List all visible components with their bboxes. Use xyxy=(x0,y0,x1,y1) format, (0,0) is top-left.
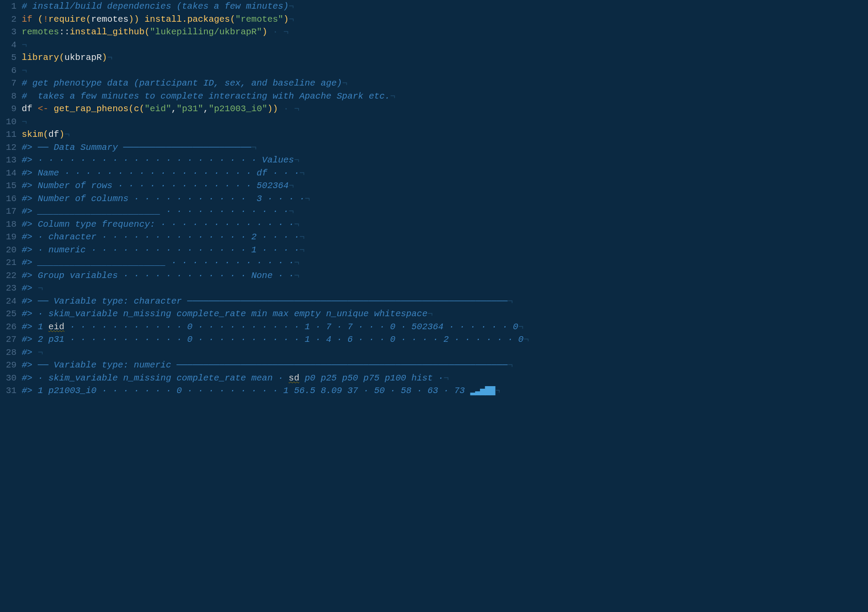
hist-token: ▂▃▅▇▇ xyxy=(470,386,495,396)
line-number: 5 xyxy=(0,51,16,64)
comment-token: #> Name · · · · · · · · · · · · · · · · … xyxy=(22,168,299,178)
comment-token: #> · · · · · · · · · · · · · · · · · · ·… xyxy=(22,155,294,165)
code-line[interactable]: #> · · · · · · · · · · · · · · · · · · ·… xyxy=(22,154,868,167)
comment-token: p0 p25 p50 p75 p100 hist · xyxy=(299,373,444,383)
eol-token: ¬ xyxy=(22,40,27,50)
eol-token: ¬ xyxy=(507,360,513,370)
line-number: 30 xyxy=(0,372,16,385)
code-line[interactable]: #> · character · · · · · · · · · · · · ·… xyxy=(22,231,868,244)
comment-token: #> ── Data Summary ─────────────────────… xyxy=(22,142,251,152)
code-line[interactable]: df <- get_rap_phenos(c("eid","p31","p210… xyxy=(22,103,868,116)
eol-token: ¬ xyxy=(495,386,500,396)
paren-token: ) xyxy=(59,129,64,139)
code-line[interactable]: skim(df)¬ xyxy=(22,128,868,141)
line-number: 1 xyxy=(0,0,16,13)
code-line[interactable]: #> 2 p31 · · · · · · · · · · · 0 · · · ·… xyxy=(22,333,868,346)
code-line[interactable]: #> ── Data Summary ─────────────────────… xyxy=(22,141,868,154)
code-line[interactable]: #> Number of columns · · · · · · · · · ·… xyxy=(22,192,868,205)
func-token: skim xyxy=(22,129,43,139)
line-number: 22 xyxy=(0,269,16,282)
code-line[interactable]: #> ¬ xyxy=(22,346,868,359)
eol-token: ¬ xyxy=(305,194,310,204)
code-line[interactable]: #> ── Variable type: character ─────────… xyxy=(22,295,868,308)
ws-token xyxy=(33,14,38,24)
paren-token: ) xyxy=(267,104,273,114)
eol-token: ¬ xyxy=(427,309,433,319)
ws-token xyxy=(139,14,145,24)
code-line[interactable]: #> Column type frequency: · · · · · · · … xyxy=(22,218,868,231)
comment-token: # install/build dependencies (takes a fe… xyxy=(22,1,289,11)
code-line[interactable]: # get phenotype data (participant ID, se… xyxy=(22,77,868,90)
ident-token: remotes xyxy=(91,14,128,24)
eol-token: ¬ xyxy=(299,168,305,178)
code-line[interactable]: #> _______________________ · · · · · · ·… xyxy=(22,205,868,218)
code-line[interactable]: ¬ xyxy=(22,116,868,129)
comment-token: #> xyxy=(22,283,38,293)
code-line[interactable]: #> ________________________ · · · · · · … xyxy=(22,256,868,269)
paren-token: ( xyxy=(145,27,150,37)
code-line[interactable]: # install/build dependencies (takes a fe… xyxy=(22,0,868,13)
line-number: 29 xyxy=(0,359,16,372)
code-line[interactable]: #> 1 p21003_i0 · · · · · · · 0 · · · · ·… xyxy=(22,384,868,397)
line-number: 7 xyxy=(0,77,16,90)
ident-token: df xyxy=(22,104,33,114)
code-line[interactable]: #> 1 eid · · · · · · · · · · · 0 · · · ·… xyxy=(22,321,868,334)
func-token: install_github xyxy=(70,27,145,37)
bang-token: ! xyxy=(43,14,48,24)
paren-token: ) xyxy=(134,14,139,24)
line-number: 25 xyxy=(0,308,16,321)
comment-token: #> · numeric · · · · · · · · · · · · · ·… xyxy=(22,245,299,255)
eol-token: ¬ xyxy=(22,117,27,127)
code-line[interactable]: ¬ xyxy=(22,39,868,52)
paren-token: ( xyxy=(139,104,145,114)
string-token: "eid" xyxy=(145,104,171,114)
string-token: "lukepilling/ukbrapR" xyxy=(150,27,262,37)
string-token: "remotes" xyxy=(235,14,283,24)
code-line[interactable]: #> ── Variable type: numeric ───────────… xyxy=(22,359,868,372)
code-line[interactable]: #> · skim_variable n_missing complete_ra… xyxy=(22,372,868,385)
eol-token: ¬ xyxy=(299,245,305,255)
paren-token: ) xyxy=(128,14,134,24)
paren-token: ( xyxy=(43,129,48,139)
line-number: 19 xyxy=(0,231,16,244)
code-line[interactable]: library(ukbrapR)¬ xyxy=(22,51,868,64)
ws-token: · xyxy=(267,27,283,37)
eol-token: ¬ xyxy=(38,347,43,357)
line-number: 27 xyxy=(0,333,16,346)
comment-token: #> 1 p21003_i0 · · · · · · · 0 · · · · ·… xyxy=(22,386,470,396)
code-line[interactable]: remotes::install_github("lukepilling/ukb… xyxy=(22,26,868,39)
comment-token: #> xyxy=(22,347,38,357)
spell-token: sd xyxy=(289,373,299,383)
code-line[interactable]: #> · skim_variable n_missing complete_ra… xyxy=(22,308,868,321)
code-line[interactable]: if (!require(remotes)) install.packages(… xyxy=(22,13,868,26)
code-editor[interactable]: 1234567891011121314151617181920212223242… xyxy=(0,0,868,612)
func-token: c xyxy=(134,104,139,114)
comment-token: #> Group variables · · · · · · · · · · ·… xyxy=(22,271,294,281)
eol-token: ¬ xyxy=(507,296,513,306)
line-number: 8 xyxy=(0,90,16,103)
eol-token: ¬ xyxy=(299,232,305,242)
paren-token: ) xyxy=(273,104,278,114)
code-line[interactable]: ¬ xyxy=(22,64,868,77)
paren-token: ) xyxy=(102,53,107,63)
comment-token: #> · skim_variable n_missing complete_ra… xyxy=(22,309,427,319)
code-line[interactable]: #> ¬ xyxy=(22,282,868,295)
eol-token: ¬ xyxy=(289,1,294,11)
code-area[interactable]: # install/build dependencies (takes a fe… xyxy=(22,0,868,612)
code-line[interactable]: #> Group variables · · · · · · · · · · ·… xyxy=(22,269,868,282)
code-line[interactable]: #> Name · · · · · · · · · · · · · · · · … xyxy=(22,167,868,180)
eol-token: ¬ xyxy=(289,181,294,191)
comment-token: · · · · · · · · · · · 0 · · · · · · · · … xyxy=(64,322,518,332)
code-line[interactable]: #> · numeric · · · · · · · · · · · · · ·… xyxy=(22,244,868,257)
code-line[interactable]: #> Number of rows · · · · · · · · · · · … xyxy=(22,179,868,192)
paren-token: ) xyxy=(262,27,267,37)
line-number: 11 xyxy=(0,128,16,141)
line-number: 10 xyxy=(0,116,16,129)
ws-token: · xyxy=(278,104,294,114)
paren-token: ( xyxy=(230,14,235,24)
code-line[interactable]: # takes a few minutes to complete intera… xyxy=(22,90,868,103)
eol-token: ¬ xyxy=(289,14,294,24)
eol-token: ¬ xyxy=(294,104,299,114)
line-number: 20 xyxy=(0,244,16,257)
line-number: 3 xyxy=(0,26,16,39)
